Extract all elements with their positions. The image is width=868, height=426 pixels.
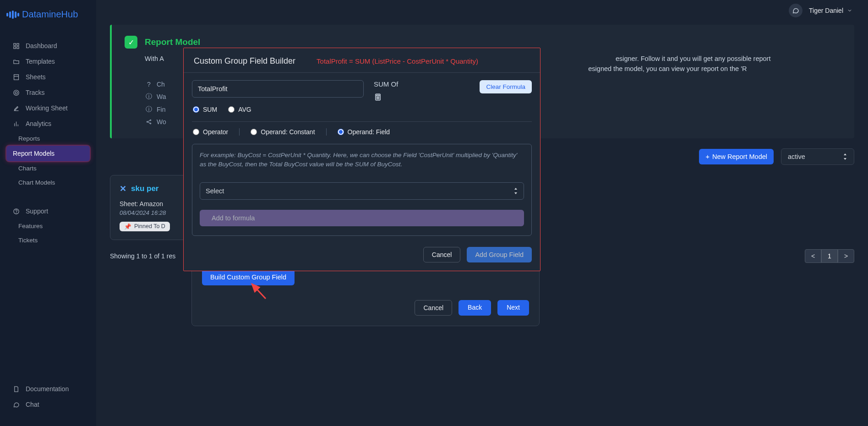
svg-point-25 <box>379 98 379 99</box>
builder-cancel-button[interactable]: Cancel <box>423 247 461 262</box>
sidebar-item-label: Chat <box>26 401 39 408</box>
button-label: New Report Model <box>712 153 767 160</box>
sidebar-item-label: Chart Models <box>18 179 55 186</box>
sidebar-item-label: Reports <box>18 135 40 142</box>
radio-label: Operand: Constant <box>261 128 315 136</box>
pager-prev-button[interactable]: < <box>805 249 821 263</box>
sidebar-item-documentation[interactable]: Documentation <box>0 381 96 397</box>
svg-point-7 <box>15 92 17 94</box>
user-menu[interactable]: Tiger Daniel <box>809 7 852 14</box>
svg-point-14 <box>150 120 151 120</box>
radio-label: AVG <box>238 106 251 113</box>
select-placeholder: Select <box>206 187 224 195</box>
svg-point-15 <box>150 123 151 124</box>
sidebar-item-chat[interactable]: Chat <box>0 397 96 412</box>
pin-icon: 📌 <box>124 223 131 230</box>
button-label: Cancel <box>432 251 452 258</box>
svg-rect-0 <box>13 43 15 45</box>
chevron-down-icon <box>847 8 852 13</box>
sidebar-item-report-models[interactable]: Report Models <box>6 146 90 161</box>
sidebar-item-charts[interactable]: Charts <box>0 161 96 175</box>
edit-icon <box>12 105 20 112</box>
radio-label: SUM <box>203 106 217 113</box>
sidebar-item-analytics[interactable]: Analytics <box>0 116 96 131</box>
svg-rect-3 <box>16 46 18 48</box>
sidebar-item-label: Dashboard <box>26 42 57 49</box>
wizard-next-button[interactable]: Next <box>497 300 529 316</box>
svg-point-21 <box>377 97 378 98</box>
status-filter-select[interactable]: active <box>781 148 854 165</box>
svg-line-16 <box>148 120 150 121</box>
sidebar-item-support[interactable]: Support <box>0 203 96 219</box>
pager-next-button[interactable]: > <box>838 249 854 263</box>
hero-info-text: Fin <box>157 106 165 113</box>
hero-info-text: Wo <box>157 118 166 126</box>
modal-title: Custom Group Field Builder <box>194 56 295 66</box>
sidebar-item-tracks[interactable]: Tracks <box>0 85 96 100</box>
button-label: Clear Formula <box>486 83 525 90</box>
build-custom-group-field-button[interactable]: Build Custom Group Field <box>202 269 295 285</box>
plus-icon: + <box>705 153 709 160</box>
sidebar-item-label: Tickets <box>18 237 38 244</box>
sidebar-item-chart-models[interactable]: Chart Models <box>0 175 96 190</box>
topbar: Tiger Daniel <box>110 0 854 21</box>
svg-rect-1 <box>16 43 18 45</box>
agg-avg-radio[interactable]: AVG <box>228 106 251 113</box>
sidebar-item-dashboard[interactable]: Dashboard <box>0 38 96 54</box>
card-title-text: sku per <box>131 184 158 193</box>
sidebar-item-sheets[interactable]: Sheets <box>0 69 96 85</box>
button-label: Back <box>468 304 482 311</box>
field-select[interactable]: Select <box>200 182 524 200</box>
sidebar: DatamineHub Dashboard Templates Sheets T… <box>0 0 96 426</box>
sidebar-item-label: Working Sheet <box>26 104 68 112</box>
hero-body-text: With A <box>145 55 164 62</box>
sidebar-item-working-sheet[interactable]: Working Sheet <box>0 100 96 116</box>
custom-group-field-builder-modal: Custom Group Field Builder TotalProfit =… <box>183 48 540 271</box>
svg-point-23 <box>377 98 377 99</box>
type-constant-radio[interactable]: Operand: Constant <box>251 128 315 136</box>
hero-body-text: esigned the model, you can view your rep… <box>588 65 747 72</box>
type-field-radio[interactable]: Operand: Field <box>338 128 390 136</box>
share-icon <box>145 119 153 125</box>
sidebar-item-label: Features <box>18 223 43 229</box>
new-report-model-button[interactable]: + New Report Model <box>699 149 774 164</box>
clear-formula-button[interactable]: Clear Formula <box>480 80 532 93</box>
target-icon <box>12 89 20 96</box>
user-name-text: Tiger Daniel <box>809 7 843 14</box>
bars-icon <box>12 120 20 127</box>
add-group-field-button[interactable]: Add Group Field <box>467 247 532 262</box>
sidebar-item-features[interactable]: Features <box>0 219 96 233</box>
button-label: Cancel <box>423 304 443 311</box>
formula-preview: TotalProfit = SUM (ListPrice - CostPerUn… <box>317 57 478 65</box>
svg-point-22 <box>379 97 379 98</box>
agg-sum-radio[interactable]: SUM <box>193 106 217 113</box>
select-value: active <box>788 153 805 160</box>
hero-body-text: esigner. Follow it and you will get any … <box>616 55 771 62</box>
sidebar-item-label: Documentation <box>26 385 69 393</box>
brand-text: DatamineHub <box>22 9 78 20</box>
sort-icon <box>843 153 847 160</box>
wizard-cancel-button[interactable]: Cancel <box>415 300 452 316</box>
sidebar-item-templates[interactable]: Templates <box>0 54 96 69</box>
pager-page-button[interactable]: 1 <box>821 249 838 263</box>
svg-point-6 <box>13 90 18 95</box>
sidebar-item-label: Analytics <box>26 120 51 127</box>
button-label: Build Custom Group Field <box>210 273 286 281</box>
help-icon: ? <box>145 81 153 88</box>
wizard-back-button[interactable]: Back <box>459 300 491 316</box>
results-text: Showing 1 to 1 of 1 res <box>110 252 175 260</box>
sidebar-item-reports[interactable]: Reports <box>0 131 96 146</box>
button-label: Add to formula <box>212 214 255 222</box>
sidebar-item-label: Templates <box>26 58 55 65</box>
divider <box>326 128 327 136</box>
chat-icon <box>12 401 20 408</box>
chat-bubble-button[interactable] <box>789 4 802 17</box>
radio-label: Operator <box>203 128 228 136</box>
hero-info-text: Wa <box>157 93 166 100</box>
sidebar-item-tickets[interactable]: Tickets <box>0 233 96 247</box>
grid-icon <box>12 43 20 49</box>
type-operator-radio[interactable]: Operator <box>193 128 228 136</box>
add-to-formula-button[interactable]: Add to formula <box>200 210 524 226</box>
cross-icon: ✕ <box>120 184 126 194</box>
field-name-input[interactable] <box>192 80 364 98</box>
